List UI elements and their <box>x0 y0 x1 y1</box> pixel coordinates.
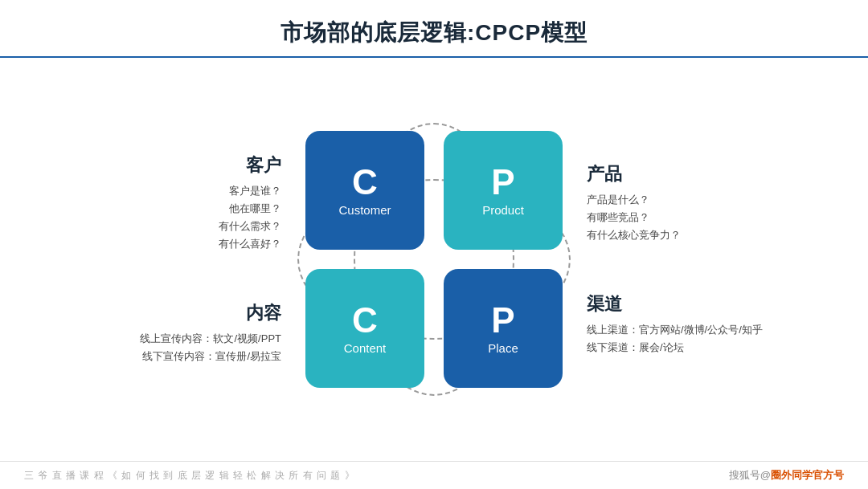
product-quadrant-label: Product <box>482 203 524 217</box>
label-channel: 渠道 线上渠道：官方网站/微博/公众号/知乎线下渠道：展会/论坛 <box>587 292 763 357</box>
quadrant-place: P Place <box>444 269 563 388</box>
customer-quadrant-label: Customer <box>338 203 391 217</box>
label-customer: 客户 客户是谁？他在哪里？有什么需求？有什么喜好？ <box>219 153 281 253</box>
content-quadrant-label: Content <box>344 341 387 355</box>
customer-desc: 客户是谁？他在哪里？有什么需求？有什么喜好？ <box>219 182 281 253</box>
quadrant-content: C Content <box>305 269 424 388</box>
label-content: 内容 线上宣传内容：软文/视频/PPT线下宣传内容：宣传册/易拉宝 <box>140 301 281 365</box>
content-desc: 线上宣传内容：软文/视频/PPT线下宣传内容：宣传册/易拉宝 <box>140 330 281 365</box>
title-bar: 市场部的底层逻辑:CPCP模型 <box>0 0 868 58</box>
footer-right-text: 搜狐号@圈外同学官方号 <box>729 468 844 483</box>
product-desc: 产品是什么？有哪些竞品？有什么核心竞争力？ <box>587 191 681 244</box>
product-title: 产品 <box>587 162 681 186</box>
footer: 三 爷 直 播 课 程 《 如 何 找 到 底 层 逻 辑 轻 松 解 决 所 … <box>0 461 868 489</box>
customer-letter: C <box>352 165 378 200</box>
footer-brand: 圈外同学官方号 <box>771 469 844 481</box>
content-title: 内容 <box>140 301 281 325</box>
right-labels: 产品 产品是什么？有哪些竞品？有什么核心竞争力？ 渠道 线上渠道：官方网站/微博… <box>587 162 764 357</box>
diagram-center: C Customer P Product C Content P Place <box>297 123 571 396</box>
channel-desc: 线上渠道：官方网站/微博/公众号/知乎线下渠道：展会/论坛 <box>587 321 763 357</box>
content-letter: C <box>352 303 378 338</box>
page-wrapper: 市场部的底层逻辑:CPCP模型 客户 客户是谁？他在哪里？有什么需求？有什么喜好… <box>0 0 868 489</box>
quadrant-customer: C Customer <box>305 131 424 250</box>
left-labels: 客户 客户是谁？他在哪里？有什么需求？有什么喜好？ 内容 线上宣传内容：软文/视… <box>104 153 281 366</box>
channel-title: 渠道 <box>587 292 763 316</box>
quadrant-product: P Product <box>444 131 563 250</box>
main-content: 客户 客户是谁？他在哪里？有什么需求？有什么喜好？ 内容 线上宣传内容：软文/视… <box>0 58 868 461</box>
label-product: 产品 产品是什么？有哪些竞品？有什么核心竞争力？ <box>587 162 681 244</box>
product-letter: P <box>491 165 514 200</box>
page-title: 市场部的底层逻辑:CPCP模型 <box>280 20 588 45</box>
place-letter: P <box>491 303 514 338</box>
footer-left-text: 三 爷 直 播 课 程 《 如 何 找 到 底 层 逻 辑 轻 松 解 决 所 … <box>24 469 355 483</box>
place-quadrant-label: Place <box>488 341 518 355</box>
customer-title: 客户 <box>219 153 281 177</box>
